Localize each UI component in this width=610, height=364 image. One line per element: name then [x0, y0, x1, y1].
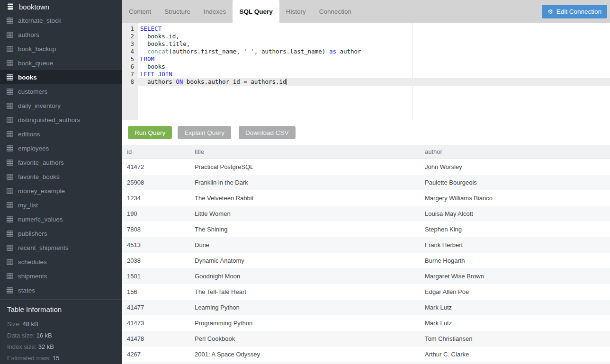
- sidebar-item-book_queue[interactable]: book_queue: [0, 56, 122, 70]
- sidebar-item-books[interactable]: books: [0, 70, 122, 84]
- tab-indexes[interactable]: Indexes: [197, 0, 233, 23]
- table-row[interactable]: 25908Franklin in the DarkPaulette Bourge…: [122, 175, 610, 190]
- cell-title: Practical PostgreSQL: [190, 159, 420, 175]
- code-line-2[interactable]: books.id,: [138, 33, 610, 40]
- database-icon: [7, 3, 14, 10]
- sql-token-plain: authors.id: [247, 78, 287, 85]
- table-row[interactable]: 41472Practical PostgreSQLJohn Worsley: [122, 159, 610, 175]
- info-label: Size:: [7, 320, 23, 328]
- sidebar-item-label: book_queue: [18, 60, 53, 67]
- sidebar-item-numeric_values[interactable]: numeric_values: [0, 212, 122, 226]
- sidebar-item-authors[interactable]: authors: [0, 27, 122, 42]
- sidebar-item-label: states: [18, 287, 35, 294]
- table-information-panel: Table Information Size: 48 kBData size: …: [0, 299, 122, 364]
- edit-connection-label: Edit Connection: [556, 8, 601, 15]
- line-number: 6: [122, 63, 134, 71]
- sql-token-plain: [140, 48, 147, 55]
- sidebar-item-book_backup[interactable]: book_backup: [0, 42, 122, 56]
- sql-token-plain: books: [140, 63, 165, 70]
- info-label: Estimated rows:: [7, 355, 53, 362]
- sidebar-item-editions[interactable]: editions: [0, 127, 122, 141]
- sidebar-item-label: book_backup: [18, 45, 56, 53]
- table-grid-icon: [7, 216, 13, 222]
- code-line-7[interactable]: LEFT JOIN: [138, 71, 610, 78]
- table-info-row: Size: 48 kB: [7, 319, 115, 330]
- sidebar-item-publishers[interactable]: publishers: [0, 226, 122, 240]
- code-line-6[interactable]: books: [138, 63, 610, 71]
- sidebar-item-my_list[interactable]: my_list: [0, 198, 122, 212]
- column-header-title[interactable]: title: [190, 145, 420, 159]
- edit-connection-button[interactable]: ⚙ Edit Connection: [542, 5, 607, 18]
- sql-token-keyword: SELECT: [140, 25, 161, 32]
- table-information-heading: Table Information: [7, 305, 115, 313]
- info-value: 48 kB: [23, 320, 38, 328]
- sidebar: booktown alternate_stockauthorsbook_back…: [0, 0, 122, 364]
- sidebar-item-shipments[interactable]: shipments: [0, 269, 122, 283]
- cell-id: 41478: [122, 331, 190, 346]
- table-row[interactable]: 41478Perl CookbookTom Christiansen: [122, 331, 610, 346]
- table-grid-icon: [7, 60, 13, 66]
- cell-title: Little Women: [190, 206, 420, 222]
- cell-author: Stephen King: [420, 222, 610, 237]
- table-row[interactable]: 1234The Velveteen RabbitMargery Williams…: [122, 190, 610, 206]
- table-row[interactable]: 4513DuneFrank Herbert: [122, 237, 610, 253]
- code-line-5[interactable]: FROM: [138, 55, 610, 63]
- table-grid-icon: [7, 117, 13, 123]
- table-row[interactable]: 41477Learning PythonMark Lutz: [122, 300, 610, 315]
- tab-content[interactable]: Content: [122, 0, 158, 23]
- info-value: 32 kB: [38, 343, 54, 350]
- cell-author: Paulette Bourgeois: [420, 175, 610, 190]
- sql-token-plain: (authors.first_name,: [169, 48, 243, 55]
- sidebar-item-label: employees: [18, 145, 49, 152]
- tab-connection[interactable]: Connection: [313, 0, 358, 23]
- sidebar-item-employees[interactable]: employees: [0, 141, 122, 155]
- cell-id: 41472: [122, 159, 190, 175]
- run-query-button[interactable]: Run Query: [128, 126, 172, 139]
- editor-code[interactable]: SELECT books.id, books.title, concat(aut…: [138, 23, 610, 120]
- tab-history[interactable]: History: [279, 0, 313, 23]
- column-header-author[interactable]: author: [420, 145, 610, 159]
- info-label: Index size:: [7, 343, 38, 350]
- tab-sql-query[interactable]: SQL Query: [233, 0, 279, 23]
- cell-id: 7808: [122, 222, 190, 237]
- table-row[interactable]: 156The Tell-Tale HeartEdgar Allen Poe: [122, 284, 610, 300]
- info-label: Data size:: [7, 332, 36, 339]
- cell-title: Goodnight Moon: [190, 268, 420, 284]
- sidebar-item-favorite_books[interactable]: favorite_books: [0, 169, 122, 184]
- cell-author: Burne Hogarth: [420, 253, 610, 268]
- sql-token-plain: books.id,: [140, 33, 179, 40]
- database-header: booktown: [0, 0, 122, 13]
- table-row[interactable]: 7808The ShiningStephen King: [122, 222, 610, 237]
- sidebar-item-alternate_stock[interactable]: alternate_stock: [0, 13, 122, 27]
- sidebar-item-money_example[interactable]: money_example: [0, 184, 122, 198]
- download-csv-button[interactable]: Download CSV: [239, 126, 296, 139]
- tab-structure[interactable]: Structure: [158, 0, 197, 23]
- table-row[interactable]: 41473Programming PythonMark Lutz: [122, 315, 610, 331]
- cell-author: John Worsley: [420, 159, 610, 175]
- table-row[interactable]: 2038Dynamic AnatomyBurne Hogarth: [122, 253, 610, 268]
- table-row[interactable]: 190Little WomenLouisa May Alcott: [122, 206, 610, 222]
- cell-author: Mark Lutz: [420, 315, 610, 331]
- code-line-3[interactable]: books.title,: [138, 40, 610, 48]
- sidebar-item-label: alternate_stock: [18, 17, 62, 24]
- sidebar-item-recent_shipments[interactable]: recent_shipments: [0, 240, 122, 255]
- code-line-8[interactable]: authors ON books.author_id = authors.id: [138, 78, 610, 86]
- cell-author: Louisa May Alcott: [420, 206, 610, 222]
- sidebar-item-distinguished_authors[interactable]: distinguished_authors: [0, 113, 122, 127]
- sql-editor[interactable]: 12345678 SELECT books.id, books.title, c…: [122, 23, 610, 120]
- sidebar-item-favorite_authors[interactable]: favorite_authors: [0, 155, 122, 169]
- sidebar-item-customers[interactable]: customers: [0, 84, 122, 98]
- editor-line-numbers: 12345678: [122, 23, 138, 120]
- code-line-4[interactable]: concat(authors.first_name, ' ', authors.…: [138, 48, 610, 55]
- code-line-1[interactable]: SELECT: [138, 25, 610, 33]
- cell-id: 4513: [122, 237, 190, 253]
- sidebar-item-schedules[interactable]: schedules: [0, 255, 122, 269]
- table-row[interactable]: 42672001: A Space OdysseyArthur C. Clark…: [122, 346, 610, 362]
- sidebar-item-states[interactable]: states: [0, 283, 122, 297]
- database-name: booktown: [19, 3, 49, 11]
- sidebar-item-daily_inventory[interactable]: daily_inventory: [0, 98, 122, 113]
- explain-query-button[interactable]: Explain Query: [178, 126, 231, 139]
- column-header-id[interactable]: id: [122, 145, 190, 159]
- table-row[interactable]: 1501Goodnight MoonMargaret Wise Brown: [122, 268, 610, 284]
- cell-title: The Velveteen Rabbit: [190, 190, 420, 206]
